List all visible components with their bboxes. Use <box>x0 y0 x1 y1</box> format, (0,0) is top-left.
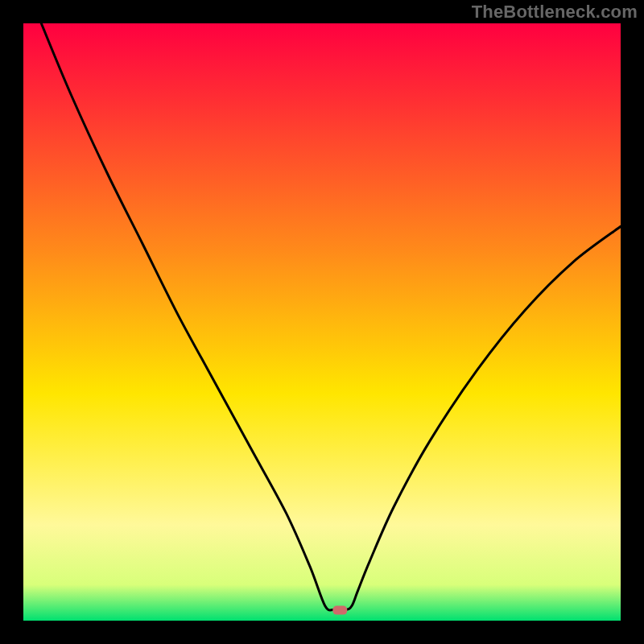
chart-frame: TheBottleneck.com <box>0 0 644 644</box>
watermark-text: TheBottleneck.com <box>472 2 638 23</box>
bottleneck-chart <box>23 23 621 621</box>
optimum-marker <box>332 606 347 615</box>
gradient-background <box>23 23 621 621</box>
plot-area <box>23 23 621 621</box>
